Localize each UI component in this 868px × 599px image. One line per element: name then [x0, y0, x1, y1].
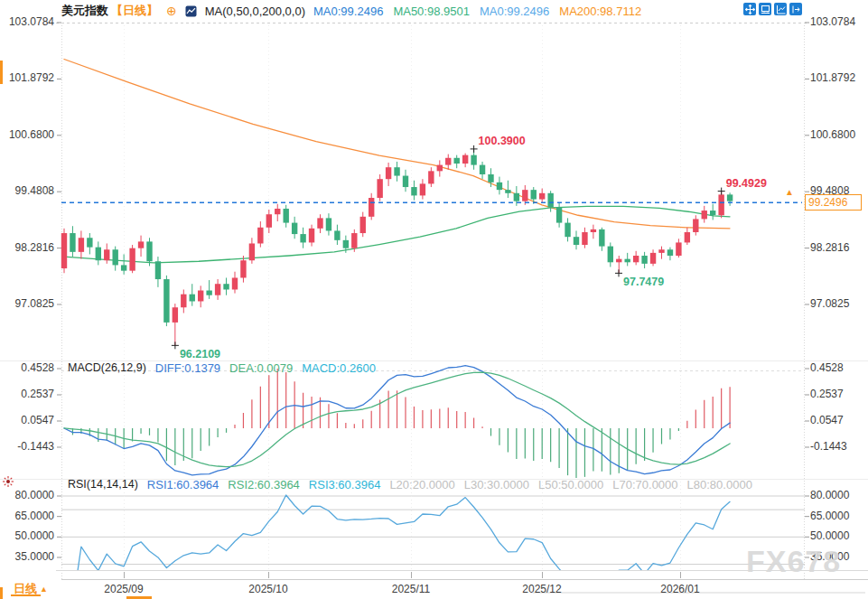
edge-marker-top: [0, 61, 3, 84]
price-pointer-icon: ▲: [785, 187, 794, 197]
chart-canvas[interactable]: 100.390099.492997.747996.2109: [0, 0, 868, 599]
price-axis-label: 103.0784: [2, 15, 54, 28]
period-caret-icon: ▲: [40, 585, 48, 594]
macd-axis-label: 0.0547: [2, 414, 54, 426]
edge-marker-bottom: [0, 587, 3, 599]
rsi-levels: L20:20.0000L30:30.0000L50:50.0000L70:70.…: [389, 478, 751, 491]
rsi-axis-label: 50.0000: [810, 529, 849, 542]
ma-values: MA0:99.2496MA50:98.9501MA0:99.2496MA200:…: [313, 5, 641, 18]
time-axis-label: 2025/11: [382, 583, 440, 595]
symbol-title: 美元指数: [61, 3, 108, 19]
rsi-value: RSI1:60.3964: [147, 478, 219, 491]
rsi-level: L70:70.0000: [612, 478, 677, 491]
axis-range-icon[interactable]: [759, 3, 771, 15]
macd-axis-label: 0.4528: [2, 361, 54, 374]
price-axis-label: 97.0825: [2, 297, 54, 310]
macd-value: DEA:0.0079: [229, 361, 293, 375]
watermark: FX678: [746, 544, 841, 579]
price-axis-label: 101.8792: [2, 71, 54, 84]
macd-value: MACD:0.2600: [302, 361, 376, 375]
macd-axis-label: 0.4528: [810, 361, 844, 374]
macd-value: DIFF:0.1379: [155, 361, 220, 375]
time-axis-label: 2025/10: [239, 583, 297, 595]
rsi-level: L50:50.0000: [538, 478, 603, 491]
rsi-level: L30:30.0000: [464, 478, 529, 491]
macd-values: DIFF:0.1379DEA:0.0079MACD:0.2600: [155, 361, 376, 375]
rsi-value: RSI3:60.3964: [309, 478, 381, 491]
macd-axis-label: -0.1443: [2, 440, 54, 453]
time-axis-label: 2025/09: [95, 583, 153, 595]
rsi-axis-label: 65.0000: [2, 510, 54, 522]
svg-text:99.4929: 99.4929: [726, 177, 767, 190]
chart-header: 美元指数 【日线】 ⊕ MA(0,50,0,200,0,0) MA0:99.24…: [61, 3, 641, 19]
kline-chart-app: 100.390099.492997.747996.2109 美元指数 【日线】 …: [0, 0, 868, 599]
price-axis-label: 100.6800: [2, 128, 54, 141]
rsi-axis-label: 50.0000: [2, 529, 54, 542]
svg-text:96.2109: 96.2109: [180, 348, 220, 360]
rsi-axis-label: 35.0000: [2, 550, 54, 563]
rsi-axis-label: 65.0000: [810, 510, 849, 522]
chart-type-icon[interactable]: [185, 5, 197, 17]
macd-axis-label: 0.0547: [810, 414, 844, 426]
rsi-value: RSI2:60.3964: [228, 478, 300, 491]
ma-formula[interactable]: MA(0,50,0,200,0,0): [205, 5, 305, 18]
rsi-label[interactable]: RSI(14,14,14): [68, 478, 138, 491]
rsi-level: L80:80.0000: [687, 478, 752, 491]
add-indicator-icon[interactable]: ⊕: [166, 5, 177, 16]
price-axis-label: 103.0784: [810, 15, 855, 28]
price-axis-label: 98.2816: [2, 241, 54, 254]
go-latest-icon[interactable]: [789, 3, 802, 15]
price-axis-label: 100.6800: [810, 128, 855, 141]
macd-header: MACD(26,12,9) DIFF:0.1379DEA:0.0079MACD:…: [68, 361, 376, 375]
macd-label[interactable]: MACD(26,12,9): [68, 361, 146, 375]
svg-text:97.7479: 97.7479: [623, 276, 664, 288]
price-axis-label: 101.8792: [810, 71, 855, 84]
rsi-axis-label: 80.0000: [810, 489, 849, 501]
ma-value: MA0:99.2496: [313, 5, 383, 18]
time-axis-label: 2025/12: [513, 583, 571, 595]
rsi-header: RSI(14,14,14) RSI1:60.3964RSI2:60.3964RS…: [68, 478, 752, 491]
price-axis-label: 97.0825: [810, 297, 849, 310]
chart-toolbar: [743, 3, 802, 15]
ma-value: MA200:98.7112: [559, 5, 641, 18]
pan-icon[interactable]: [743, 3, 756, 15]
period-underline: [11, 594, 41, 596]
price-axis-label: 98.2816: [810, 241, 849, 254]
macd-axis-label: 0.2537: [810, 388, 844, 400]
macd-axis-label: 0.2537: [2, 388, 54, 400]
auto-scale-icon[interactable]: [774, 3, 787, 15]
svg-text:100.3900: 100.3900: [479, 135, 526, 147]
period-tag[interactable]: 【日线】: [111, 3, 158, 19]
rsi-level: L20:20.0000: [389, 478, 454, 491]
time-axis-label: 2026/01: [651, 583, 709, 595]
settings-sun-icon[interactable]: [2, 475, 14, 491]
current-price-badge[interactable]: 99.2496: [805, 194, 862, 211]
price-axis-label: 99.4808: [2, 184, 54, 197]
macd-axis-label: -0.1443: [810, 440, 847, 453]
ma-value: MA0:99.2496: [480, 5, 549, 18]
rsi-values: RSI1:60.3964RSI2:60.3964RSI3:60.3964: [147, 478, 381, 491]
scroll-thumb[interactable]: [126, 596, 152, 599]
ma-value: MA50:98.9501: [393, 5, 470, 18]
